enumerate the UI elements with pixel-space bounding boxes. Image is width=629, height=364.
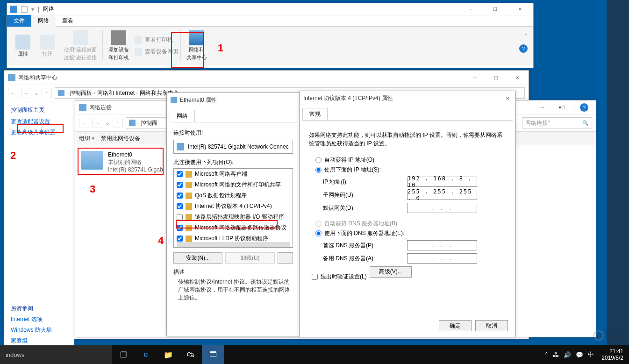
qat-checkbox-icon[interactable] xyxy=(21,6,28,13)
minimize-button[interactable]: ─ xyxy=(460,3,481,16)
see-also-link[interactable]: 家庭组 xyxy=(11,337,67,345)
forward-button[interactable]: → xyxy=(21,88,31,98)
history-dropdown-icon[interactable]: ⌄ xyxy=(34,90,39,96)
list-item[interactable]: QoS 数据包计划程序 xyxy=(174,190,293,201)
tab-network[interactable]: 网络 xyxy=(31,15,56,27)
item-checkbox[interactable] xyxy=(177,236,183,242)
eprop-title-icon xyxy=(171,97,177,103)
annotation-box-1 xyxy=(171,32,204,68)
view-details-icon[interactable] xyxy=(567,104,574,111)
breadcrumb-item[interactable]: 控制面 xyxy=(141,119,157,127)
printer-icon xyxy=(111,30,126,45)
breadcrumb-item[interactable]: 控制面板 xyxy=(70,89,92,97)
device-page-icon xyxy=(135,48,142,56)
back-button[interactable]: ← xyxy=(79,118,89,128)
item-checkbox[interactable] xyxy=(177,171,183,177)
properties-icon xyxy=(15,35,30,50)
auto-ip-radio[interactable]: 自动获得 IP 地址(O) xyxy=(315,156,506,164)
window-title: 网络 xyxy=(43,5,54,13)
up-button[interactable]: ↑ xyxy=(42,88,52,98)
annotation-3: 3 xyxy=(90,183,95,195)
item-checkbox[interactable] xyxy=(177,214,183,220)
item-checkbox[interactable] xyxy=(177,203,183,209)
list-item[interactable]: Microsoft 网络的文件和打印机共享 xyxy=(174,179,293,190)
view-layout-icon[interactable] xyxy=(546,104,553,111)
network-explorer-window: ▾ | 网络 ─ ☐ ✕ 文件 网络 查看 属性 打开 使用"远程桌面连接"进行… xyxy=(7,3,534,68)
network-icon xyxy=(10,6,17,13)
volume-icon[interactable]: 🔊 xyxy=(564,351,571,358)
organize-menu[interactable]: 组织 ▾ xyxy=(79,135,94,143)
use-ip-radio[interactable]: 使用下面的 IP 地址(S): xyxy=(315,166,506,174)
tcpipv4-properties-dialog: Internet 协议版本 4 (TCP/IPv4) 属性 ✕ 常规 如果网络支… xyxy=(299,91,516,337)
breadcrumb-item[interactable]: 网络和 Internet xyxy=(97,89,135,97)
component-icon xyxy=(186,236,192,242)
item-checkbox[interactable] xyxy=(177,182,183,188)
uninstall-button: 卸载(U) xyxy=(225,252,274,264)
qat-dropdown-icon[interactable]: ▾ xyxy=(31,6,34,13)
properties-button[interactable]: 属性 xyxy=(12,29,34,63)
search-icon: 🔍 xyxy=(582,120,589,126)
tcpip-title: Internet 协议版本 4 (TCP/IPv4) 属性 xyxy=(303,94,500,102)
ethernet-properties-dialog: Ethernet0 属性 网络 连接时使用: Intel(R) 82574L G… xyxy=(166,93,300,336)
quick-access-toolbar: ▾ | 网络 ─ ☐ ✕ xyxy=(7,3,533,15)
forward-button[interactable]: → xyxy=(92,118,102,128)
search-input[interactable]: 网络连接" 🔍 xyxy=(522,117,592,128)
file-explorer-button[interactable]: 📁 xyxy=(157,345,179,364)
advanced-button[interactable]: 高级(V)... xyxy=(370,266,412,278)
task-view-button[interactable]: ❐ xyxy=(112,345,135,364)
help-icon[interactable]: ? xyxy=(580,103,588,112)
see-also-link[interactable]: Internet 选项 xyxy=(11,315,67,323)
clock[interactable]: 21:41 2019/8/2 xyxy=(599,348,626,361)
network-card-icon xyxy=(177,143,184,150)
minimize-button[interactable]: ─ xyxy=(465,71,486,84)
edge-button[interactable]: e xyxy=(135,345,157,364)
ip-input[interactable]: 192 . 168 . 8 . 10 xyxy=(407,177,477,187)
breadcrumb[interactable]: › 控制面 xyxy=(126,117,168,128)
item-checkbox[interactable] xyxy=(177,193,183,199)
list-item-tcpipv4[interactable]: Internet 协议版本 4 (TCP/IPv4) xyxy=(174,201,293,212)
items-listbox[interactable]: Microsoft 网络客户端 Microsoft 网络的文件和打印机共享 Qo… xyxy=(173,168,293,248)
up-button[interactable]: ↑ xyxy=(113,118,123,128)
pref-dns-input[interactable]: . . . xyxy=(407,240,477,250)
search-box[interactable]: indows xyxy=(0,345,112,364)
network-tray-icon[interactable]: 🖧 xyxy=(553,351,559,358)
install-button[interactable]: 安装(N)... xyxy=(173,252,222,264)
history-dropdown-icon[interactable]: ⌄ xyxy=(105,120,110,126)
sidebar-title[interactable]: 控制面板主页 xyxy=(11,106,67,114)
ok-button[interactable]: 确定 xyxy=(439,320,472,331)
help-icon[interactable]: ? xyxy=(519,44,528,53)
component-icon xyxy=(186,171,192,178)
sharing-center-title-icon xyxy=(8,74,15,81)
running-app-button[interactable]: 🗔 xyxy=(202,345,224,364)
close-button[interactable]: ✕ xyxy=(507,71,528,84)
close-button[interactable]: ✕ xyxy=(509,3,530,16)
add-device-button[interactable]: 添加设备和打印机 xyxy=(105,29,133,63)
ribbon-collapse-icon[interactable]: ⌃ xyxy=(524,33,528,38)
tray-up-icon[interactable]: ˄ xyxy=(545,351,548,358)
cancel-button[interactable]: 取消 xyxy=(475,320,508,331)
list-item[interactable]: Microsoft 网络客户端 xyxy=(174,169,293,179)
back-button[interactable]: ← xyxy=(8,88,18,98)
gateway-input[interactable]: . . . xyxy=(407,203,477,213)
tab-file[interactable]: 文件 xyxy=(7,15,31,27)
tab-view[interactable]: 查看 xyxy=(56,15,80,27)
ip-label: IP 地址(I): xyxy=(323,178,402,186)
ime-icon[interactable]: 中 xyxy=(588,350,594,359)
see-also-link[interactable]: Windows 防火墙 xyxy=(11,326,67,334)
tab-general[interactable]: 常规 xyxy=(302,108,328,120)
scrollbar[interactable] xyxy=(177,242,290,247)
disable-device-button[interactable]: 禁用此网络设备 xyxy=(101,135,140,143)
use-dns-radio[interactable]: 使用下面的 DNS 服务器地址(E): xyxy=(315,229,506,237)
description-text: 传输控制协议/Internet 协议。该协议是默认的广域网络协议，用于在不同的相… xyxy=(173,278,293,302)
store-button[interactable]: 🛍 xyxy=(179,345,202,364)
maximize-button[interactable]: ☐ xyxy=(485,3,506,16)
close-button[interactable]: ✕ xyxy=(500,92,515,105)
auto-dns-radio: 自动获得 DNS 服务器地址(B) xyxy=(315,220,506,228)
notification-icon[interactable]: 💬 xyxy=(576,351,583,358)
validate-checkbox[interactable] xyxy=(312,274,318,280)
maximize-button[interactable]: ☐ xyxy=(486,71,507,84)
tab-network[interactable]: 网络 xyxy=(170,110,195,122)
subnet-input[interactable]: 255 . 255 . 255 . 0 xyxy=(407,190,477,200)
alt-dns-input[interactable]: . . . xyxy=(407,253,477,264)
annotation-4: 4 xyxy=(158,235,164,247)
